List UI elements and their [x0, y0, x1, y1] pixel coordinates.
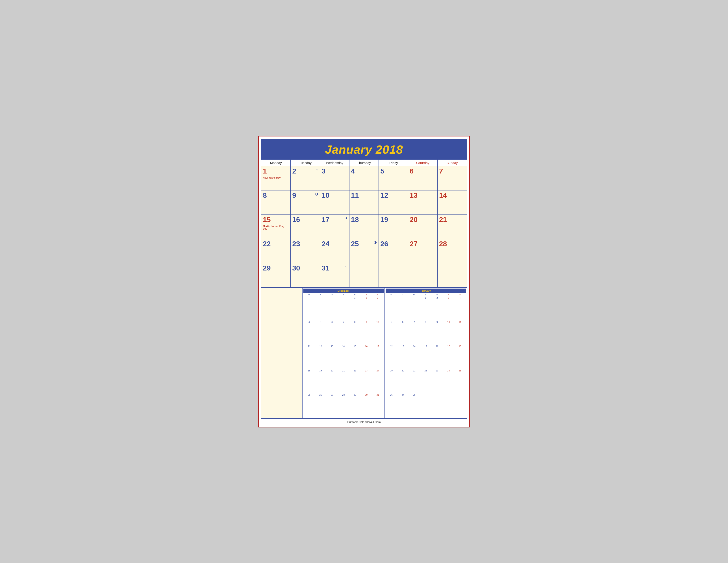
mini-title: February: [386, 289, 466, 293]
day-cell-23: 23: [291, 239, 320, 263]
day-number: 8: [263, 191, 289, 199]
footer-url: PrintableCalendar4U.Com: [347, 420, 381, 424]
mini-day-header: T: [338, 293, 349, 296]
mini-day-cell: [409, 296, 420, 321]
day-cell-20: 20: [408, 214, 437, 239]
holiday-label: New Year's Day: [263, 176, 289, 179]
day-cell-25: 25◑: [349, 239, 379, 263]
day-cell-1: 1New Year's Day: [261, 166, 291, 190]
week-row-0: 1New Year's Day2○34567: [261, 166, 467, 190]
calendar-header: January 2018: [261, 139, 467, 159]
moon-icon: ○: [345, 264, 347, 268]
day-number: 25: [351, 240, 377, 248]
mini-day-header: S: [372, 293, 383, 296]
mini-day-cell: 26: [315, 393, 326, 418]
mini-day-cell: 17: [372, 345, 383, 369]
mini-december-calendar: DecemberMTWTFSS1234567891011121314151617…: [303, 289, 384, 418]
mini-day-header: M: [303, 293, 315, 296]
day-number: 26: [380, 240, 406, 248]
day-number: 19: [380, 216, 406, 223]
weekday-header-thursday: Thursday: [349, 159, 379, 166]
empty-bottom-cells: [261, 288, 303, 418]
day-cell-10: 10: [320, 190, 349, 214]
weekday-header-tuesday: Tuesday: [291, 159, 320, 166]
week-row-4: 293031○: [261, 263, 467, 287]
mini-day-cell: 28: [338, 393, 349, 418]
mini-day-cell: 9: [360, 321, 372, 345]
mini-day-cell: 25: [303, 393, 315, 418]
mini-day-cell: 28: [409, 393, 420, 418]
mini-day-cell: 3: [443, 296, 454, 321]
day-cell-18: 18: [349, 214, 379, 239]
day-cell-31: 31○: [320, 263, 349, 287]
mini-day-cell: 23: [360, 369, 372, 393]
calendar-container: January 2018 MondayTuesdayWednesdayThurs…: [258, 136, 470, 428]
mini-day-cell: 7: [338, 321, 349, 345]
day-cell-12: 12: [379, 190, 408, 214]
mini-day-header: F: [431, 293, 443, 296]
day-cell-17: 17●: [320, 214, 349, 239]
mini-day-cell: 15: [349, 345, 361, 369]
mini-day-cell: 18: [454, 345, 466, 369]
mini-day-cell: 8: [349, 321, 361, 345]
mini-day-header: S: [443, 293, 454, 296]
day-cell-2: 2○: [291, 166, 320, 190]
mini-day-header: T: [315, 293, 326, 296]
mini-day-header: M: [386, 293, 397, 296]
day-number: 20: [410, 216, 436, 223]
day-number: 31: [322, 264, 348, 272]
day-cell-26: 26: [379, 239, 408, 263]
mini-table-mini-feb: FebruaryMTWTFSS1234567891011121314151617…: [386, 289, 466, 418]
day-cell-29: 29: [261, 263, 291, 287]
mini-day-cell: 1: [420, 296, 431, 321]
mini-day-cell: 22: [349, 369, 361, 393]
mini-feb-container: FebruaryMTWTFSS1234567891011121314151617…: [384, 288, 467, 418]
day-number: 15: [263, 216, 289, 223]
mini-day-cell: [397, 296, 409, 321]
day-cell-30: 30: [291, 263, 320, 287]
mini-day-header: W: [409, 293, 420, 296]
day-number: 3: [322, 167, 348, 175]
day-number: 14: [439, 191, 465, 199]
mini-day-cell: 12: [315, 345, 326, 369]
mini-day-cell: 4: [303, 321, 315, 345]
day-number: 22: [263, 240, 289, 248]
mini-day-header: T: [420, 293, 431, 296]
day-number: 1: [263, 167, 289, 175]
day-cell-24: 24: [320, 239, 349, 263]
mini-day-cell: 25: [454, 369, 466, 393]
mini-day-cell: 9: [431, 321, 443, 345]
day-cell-16: 16: [291, 214, 320, 239]
mini-day-cell: 4: [454, 296, 466, 321]
mini-day-cell: 1: [349, 296, 361, 321]
mini-day-cell: 8: [420, 321, 431, 345]
day-number: 11: [351, 191, 377, 199]
mini-day-cell: 14: [409, 345, 420, 369]
weekday-header-wednesday: Wednesday: [320, 159, 349, 166]
day-number: 18: [351, 216, 377, 223]
weekday-header-monday: Monday: [261, 159, 291, 166]
day-number: 5: [380, 167, 406, 175]
mini-table-mini-dec: DecemberMTWTFSS1234567891011121314151617…: [303, 289, 384, 418]
mini-day-cell: 13: [397, 345, 409, 369]
mini-day-cell: 2: [360, 296, 372, 321]
mini-day-cell: [386, 296, 397, 321]
day-number: 21: [439, 216, 465, 223]
mini-day-cell: 26: [386, 393, 397, 418]
mini-day-cell: 30: [360, 393, 372, 418]
mini-title: December: [303, 289, 383, 293]
day-number: 2: [292, 167, 318, 175]
mini-day-cell: 16: [360, 345, 372, 369]
mini-day-cell: [303, 296, 315, 321]
mini-day-cell: 19: [315, 369, 326, 393]
mini-day-cell: 27: [397, 393, 409, 418]
day-number: 16: [292, 216, 318, 223]
day-number: 28: [439, 240, 465, 248]
day-cell-15: 15Martin Luther King Day: [261, 214, 291, 239]
calendar-title: January 2018: [261, 143, 467, 156]
mini-day-cell: 23: [431, 369, 443, 393]
day-cell-22: 22: [261, 239, 291, 263]
day-cell-21: 21: [437, 214, 467, 239]
mini-day-cell: [454, 393, 466, 418]
mini-day-cell: 7: [409, 321, 420, 345]
